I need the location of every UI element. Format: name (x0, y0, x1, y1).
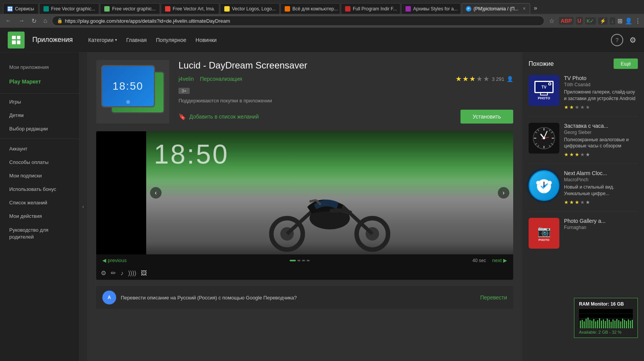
next-button[interactable]: next ▶ (492, 257, 507, 263)
tab5-label: Vector Logos, Logo... (232, 6, 275, 12)
browser-tab-9[interactable]: P (PM)pictomania / (П... ✕ (462, 3, 530, 14)
prev-arrow-icon: ◀ (102, 257, 106, 263)
svg-rect-57 (618, 320, 619, 328)
svg-rect-47 (599, 318, 600, 328)
sidebar-payment[interactable]: Способы оплаты (0, 155, 79, 169)
photo-gallery-name[interactable]: Photo Gallery a... (564, 218, 638, 224)
svg-rect-53 (611, 322, 612, 328)
analog-clock-svg (532, 127, 556, 150)
lock-icon: 🔒 (57, 18, 63, 23)
photo-gallery-icon[interactable]: 📷 PHOTO (529, 218, 559, 249)
image-ctrl-icon[interactable]: 🖼 (141, 270, 147, 277)
settings-button[interactable]: ⚙ (629, 35, 636, 45)
reload-button[interactable]: ↻ (29, 16, 39, 26)
sidebar-account[interactable]: Аккаунт (0, 142, 79, 155)
speedbit-icon[interactable]: ↓ (610, 17, 616, 25)
sidebar-bonus[interactable]: Использовать бонус (0, 182, 79, 196)
nav-new[interactable]: Новинки (195, 37, 217, 43)
kaspersky-icon[interactable]: K✓ (585, 17, 596, 25)
app-icon-area: 18:50 (96, 60, 169, 124)
rating-user-icon: 👤 (507, 76, 513, 82)
sidebar-subscriptions[interactable]: Мои подписки (0, 169, 79, 182)
svg-rect-42 (589, 320, 591, 328)
app-name: Lucid - DayDream Screensaver (179, 60, 513, 71)
screenshot-section: 18:50 (96, 131, 513, 280)
motorcycle-svg (262, 177, 397, 254)
sidebar-games[interactable]: Игры (0, 95, 79, 109)
sidebar-my-apps[interactable]: Мои приложения (0, 60, 79, 75)
tab9-close[interactable]: ✕ (522, 6, 526, 11)
similar-app-4: 📷 PHOTO Photo Gallery a... Furnaghan (529, 218, 638, 249)
screenshot-next-arrow[interactable]: › (498, 187, 509, 199)
ublock-icon[interactable]: U (576, 17, 583, 25)
sidebar-wishlist[interactable]: Список желаний (0, 196, 79, 209)
tab6-label: Всё для компьютер... (292, 6, 338, 12)
clock-app-icon[interactable] (529, 123, 559, 154)
svg-rect-46 (597, 320, 598, 328)
sidebar-parental[interactable]: Руководство для родителей (0, 223, 79, 244)
nav-home[interactable]: Главная (126, 37, 147, 43)
browser-tab-3[interactable]: Free vector graphic... (100, 3, 160, 14)
clock-app-desc: Полноэкранные аналоговые и цифровые часы… (564, 137, 638, 150)
tabs-more-btn[interactable]: » (531, 3, 541, 13)
sidebar-collapse-button[interactable]: ‹ (79, 52, 87, 361)
address-bar[interactable]: 🔒 https://play.google.com/store/apps/det… (52, 16, 544, 26)
avast-icon[interactable]: ⚡ (598, 17, 607, 25)
app-logo (8, 32, 25, 48)
sidebar-kids[interactable]: Детям (0, 109, 79, 122)
more-button[interactable]: Ещё (614, 58, 638, 69)
svg-rect-48 (601, 321, 602, 328)
app-header-title: Приложения (32, 36, 73, 44)
home-button[interactable]: ⌂ (41, 16, 50, 26)
app-meta-row: j4velin Персонализация ★ ★ ★ ★ ★ 3 291 (179, 75, 513, 83)
sidebar-play-market[interactable]: Play Маркет (0, 75, 79, 89)
apps-grid-icon[interactable]: ⊞ (617, 17, 622, 25)
browser-tab-2[interactable]: Free Vector graphic... (39, 3, 100, 14)
svg-rect-37 (580, 321, 581, 328)
clock-app-info: Заставка с часа... Georg Sieber Полноэкр… (564, 123, 638, 158)
tab6-favicon (285, 6, 290, 12)
install-button[interactable]: Установить (460, 110, 513, 124)
gear-ctrl-icon[interactable]: ⚙ (101, 269, 106, 277)
browser-tab-1[interactable]: Сервисы (3, 3, 38, 14)
help-button[interactable]: ? (611, 34, 623, 46)
browser-tabs-bar: Сервисы Free Vector graphic... Free vect… (0, 0, 644, 14)
ram-chart-area (579, 309, 633, 328)
profile-icon[interactable]: 👤 (625, 17, 632, 25)
wishlist-button[interactable]: 🔖 Добавить в список желаний (179, 113, 259, 120)
clock-app-name[interactable]: Заставка с часа... (564, 123, 638, 129)
browser-tab-5[interactable]: Vector Logos, Logo... (220, 3, 280, 14)
translate-button[interactable]: Перевести (480, 294, 507, 301)
app-rating: ★ ★ ★ ★ ★ 3 291 👤 (455, 75, 513, 83)
category-link[interactable]: Персонализация (200, 76, 242, 82)
tablet-front: 18:50 (101, 65, 155, 107)
star-bookmark-btn[interactable]: ☆ (547, 16, 557, 26)
edit-ctrl-icon[interactable]: ✏ (111, 269, 116, 277)
tv-photo-icon[interactable]: TV PHOTO (529, 75, 559, 106)
forward-button[interactable]: → (16, 16, 27, 26)
abp-icon[interactable]: ABP (559, 17, 574, 25)
alarm-app-name[interactable]: Next Alarm Cloc... (564, 170, 638, 176)
music-ctrl-icon[interactable]: ♪ (120, 270, 123, 277)
nav-categories[interactable]: Категории ▾ (88, 37, 117, 43)
sidebar-actions[interactable]: Мои действия (0, 209, 79, 223)
back-button[interactable]: ← (3, 16, 14, 26)
sidebar-editors[interactable]: Выбор редакции (0, 122, 79, 135)
prev-button[interactable]: ◀ previous (102, 257, 127, 263)
nav-popular[interactable]: Популярное (156, 37, 186, 43)
screenshot-prev-arrow[interactable]: ‹ (150, 187, 162, 199)
rss-ctrl-icon[interactable]: )))) (128, 270, 136, 277)
tv-photo-name[interactable]: TV Photo (564, 75, 638, 81)
browser-tab-6[interactable]: Всё для компьютер... (280, 3, 340, 14)
browser-tab-4[interactable]: Free Vector Art, Ima. (161, 3, 219, 14)
alarm-app-icon[interactable] (529, 170, 559, 201)
url-text: https://play.google.com/store/apps/detai… (65, 18, 230, 24)
similar-header: Похожие Ещё (529, 58, 638, 69)
browser-tab-7[interactable]: Full Program Indir F... (341, 3, 400, 14)
menu-icon[interactable]: ⋮ (635, 17, 641, 25)
svg-rect-7 (316, 221, 343, 226)
developer-link[interactable]: j4velin (179, 76, 194, 82)
browser-tab-8[interactable]: Архивы Styles for a... (401, 3, 461, 14)
svg-rect-63 (630, 321, 631, 328)
tv-photo-desc: Приложение галереи, слайд-шоу и заставки… (564, 89, 638, 102)
